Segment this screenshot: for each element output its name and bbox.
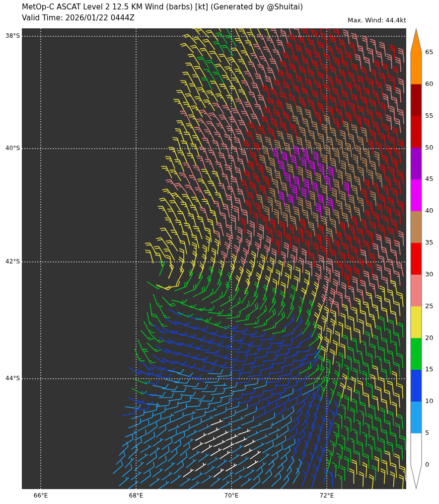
chart-valid-time: Valid Time: 2026/01/22 0444Z [22,13,135,22]
lat-tick-label: 44°S [0,375,20,382]
colorbar-tick-label: 5 [425,429,429,436]
wind-barb-map-canvas [0,0,439,504]
colorbar-tick-label: 0 [425,461,429,468]
chart-title: MetOp-C ASCAT Level 2 12.5 KM Wind (barb… [22,2,303,11]
lon-tick-label: 72°E [315,492,339,499]
colorbar-tick-label: 35 [425,239,434,246]
colorbar-tick-label: 55 [425,112,434,119]
lat-tick-label: 38°S [0,32,20,39]
colorbar-tick-label: 30 [425,270,434,278]
lat-tick-label: 42°S [0,258,20,265]
colorbar-tick-label: 45 [425,175,434,182]
ascat-wind-chart: MetOp-C ASCAT Level 2 12.5 KM Wind (barb… [0,0,439,504]
colorbar-tick-label: 40 [425,207,434,214]
lon-tick-label: 68°E [124,492,148,499]
colorbar-tick-label: 10 [425,397,434,405]
colorbar-tick-label: 65 [425,48,434,56]
colorbar-tick-label: 60 [425,80,434,87]
colorbar-tick-label: 25 [425,302,434,310]
lon-tick-label: 70°E [220,492,243,499]
colorbar-tick-label: 20 [425,334,434,341]
lon-tick-label: 66°E [29,492,53,499]
colorbar-tick-label: 50 [425,144,434,151]
lat-tick-label: 40°S [0,145,20,152]
max-wind-label: Max. Wind: 44.4kt [348,16,406,24]
colorbar-tick-label: 15 [425,365,434,373]
